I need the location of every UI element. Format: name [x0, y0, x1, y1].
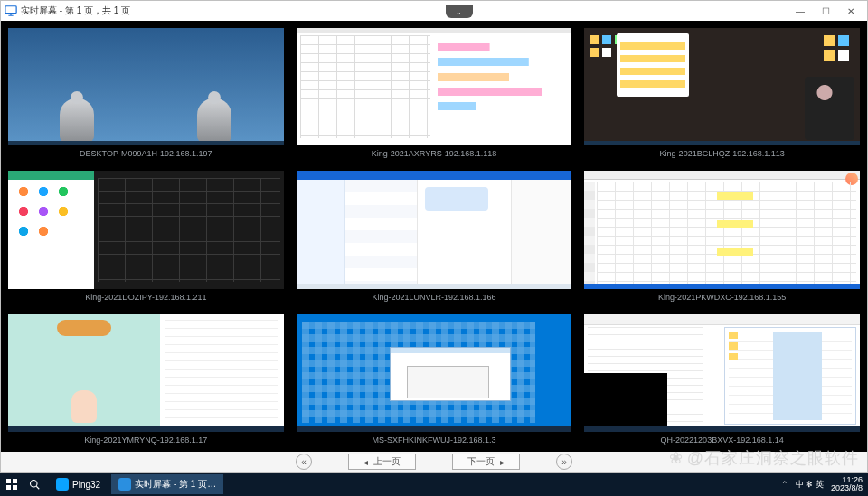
window-title: 实时屏幕 - 第 1 页，共 1 页 [21, 5, 130, 17]
screen-cell[interactable]: King-2021PKWDXC-192.168.1.155 [579, 165, 865, 306]
realtime-screens-window: 实时屏幕 - 第 1 页，共 1 页 ⌄ — ☐ ✕ DESKTOP-M099A… [0, 0, 868, 473]
screen-thumbnail[interactable] [297, 314, 572, 432]
screen-cell[interactable]: MS-SXFHKINKFWUJ-192.168.1.3 [291, 309, 578, 450]
taskbar-app-realtime[interactable]: 实时屏幕 - 第 1 页… [111, 474, 223, 494]
system-tray[interactable]: ⌃ 中 ✻ 英 11:26 2023/8/8 [776, 476, 868, 493]
tray-chevron-icon[interactable]: ⌃ [781, 480, 788, 489]
next-page-button[interactable]: 下一页 ▸ [452, 454, 520, 470]
prev-page-button[interactable]: ◂ 上一页 [348, 454, 416, 470]
screen-thumbnail[interactable] [8, 314, 284, 432]
screen-thumbnail[interactable] [8, 171, 284, 288]
screen-cell[interactable]: King-2021YMRYNQ-192.168.1.17 [3, 309, 289, 450]
screen-cell[interactable]: DESKTOP-M099A1H-192.168.1.197 [3, 23, 289, 164]
tray-ime-indicator[interactable]: 中 ✻ 英 [796, 479, 824, 491]
tray-date: 2023/8/8 [831, 484, 863, 492]
svg-line-6 [36, 486, 39, 489]
svg-point-5 [31, 481, 38, 488]
screen-thumbnail[interactable] [297, 28, 572, 145]
taskbar-search-icon[interactable] [24, 479, 45, 490]
screen-label: King-2021PKWDXC-192.168.1.155 [579, 289, 865, 307]
taskbar-app-ping32[interactable]: Ping32 [49, 474, 108, 494]
screen-thumbnail[interactable] [584, 28, 860, 145]
pager-bar: « ◂ 上一页 下一页 ▸ » [1, 452, 867, 472]
maximize-button[interactable]: ☐ [813, 3, 838, 19]
taskbar-app-label: Ping32 [72, 480, 100, 490]
screen-cell[interactable]: King-2021AXRYRS-192.168.1.118 [291, 23, 578, 164]
screen-thumbnail[interactable] [584, 314, 860, 432]
ping32-icon [56, 478, 69, 491]
screen-thumbnail[interactable] [8, 28, 284, 145]
screen-label: King-2021BCLHQZ-192.168.1.113 [579, 145, 865, 164]
toolbar-dropdown[interactable]: ⌄ [446, 5, 473, 18]
svg-rect-4 [13, 485, 17, 490]
windows-taskbar: Ping32 实时屏幕 - 第 1 页… ⌃ 中 ✻ 英 11:26 2023/… [0, 473, 868, 496]
last-page-button[interactable]: » [556, 454, 572, 470]
next-page-label: 下一页 [467, 455, 495, 468]
screen-label: QH-20221203BXVX-192.168.1.14 [579, 432, 865, 450]
screen-label: DESKTOP-M099A1H-192.168.1.197 [3, 145, 289, 164]
svg-rect-1 [6, 479, 11, 483]
screen-label: King-2021DOZIPY-192.168.1.211 [3, 289, 289, 307]
prev-page-label: 上一页 [373, 455, 401, 468]
svg-rect-2 [13, 479, 17, 483]
monitor-icon [5, 5, 17, 17]
screen-grid: DESKTOP-M099A1H-192.168.1.197 King-2021A… [1, 21, 867, 452]
monitor-icon [118, 478, 131, 491]
start-button[interactable] [0, 473, 24, 496]
svg-rect-3 [6, 485, 11, 490]
first-page-button[interactable]: « [296, 454, 312, 470]
screen-thumbnail[interactable] [584, 171, 860, 288]
close-button[interactable]: ✕ [838, 3, 863, 19]
svg-rect-0 [5, 6, 16, 14]
screen-label: King-2021AXRYRS-192.168.1.118 [291, 145, 578, 164]
minimize-button[interactable]: — [788, 3, 813, 19]
screen-cell[interactable]: QH-20221203BXVX-192.168.1.14 [579, 309, 865, 450]
screen-label: King-2021YMRYNQ-192.168.1.17 [3, 432, 289, 450]
screen-cell[interactable]: King-2021DOZIPY-192.168.1.211 [3, 165, 289, 306]
titlebar: 实时屏幕 - 第 1 页，共 1 页 ⌄ — ☐ ✕ [1, 1, 867, 21]
taskbar-app-label: 实时屏幕 - 第 1 页… [135, 478, 216, 491]
screen-cell[interactable]: King-2021BCLHQZ-192.168.1.113 [579, 23, 865, 164]
screen-label: MS-SXFHKINKFWUJ-192.168.1.3 [291, 432, 578, 450]
screen-cell[interactable]: King-2021LUNVLR-192.168.1.166 [291, 165, 578, 306]
screen-label: King-2021LUNVLR-192.168.1.166 [291, 289, 578, 307]
screen-thumbnail[interactable] [297, 171, 572, 288]
